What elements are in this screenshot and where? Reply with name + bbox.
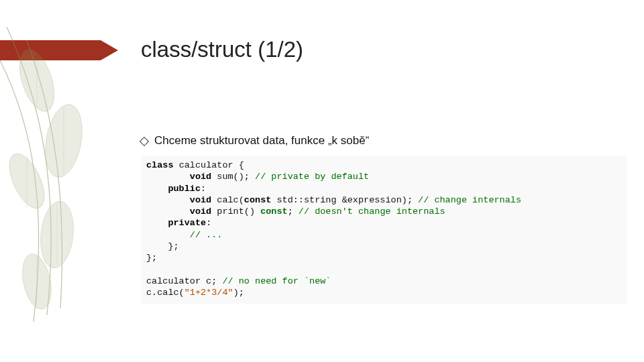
code-line: }; <box>146 252 622 263</box>
bullet-text: Chceme strukturovat data, funkce „k sobě… <box>154 134 369 147</box>
code-line: void sum(); // private by default <box>146 171 622 182</box>
bullet-row: Chceme strukturovat data, funkce „k sobě… <box>141 134 369 147</box>
leaf-decoration <box>0 20 121 328</box>
code-block: class calculator { void sum(); // privat… <box>141 156 627 304</box>
code-line: void print() const; // doesn't change in… <box>146 206 622 217</box>
code-line: private: <box>146 217 622 229</box>
slide: class/struct (1/2) Chceme strukturovat d… <box>0 0 644 362</box>
code-line: void calc(const std::string &expression)… <box>146 194 622 206</box>
code-line: calculator c; // no need for `new` <box>146 276 622 287</box>
code-line: c.calc("1+2*3/4"); <box>146 287 622 298</box>
header-wedge <box>0 40 101 60</box>
code-line <box>146 263 622 275</box>
svg-point-3 <box>38 200 76 269</box>
code-line: // ... <box>146 229 622 241</box>
diamond-icon <box>140 136 149 145</box>
svg-point-2 <box>2 149 51 214</box>
svg-point-4 <box>18 251 56 312</box>
slide-title: class/struct (1/2) <box>141 37 303 62</box>
code-line: class calculator { <box>146 160 622 171</box>
code-line: public: <box>146 183 622 194</box>
code-line: }; <box>146 241 622 252</box>
svg-point-1 <box>40 101 87 180</box>
